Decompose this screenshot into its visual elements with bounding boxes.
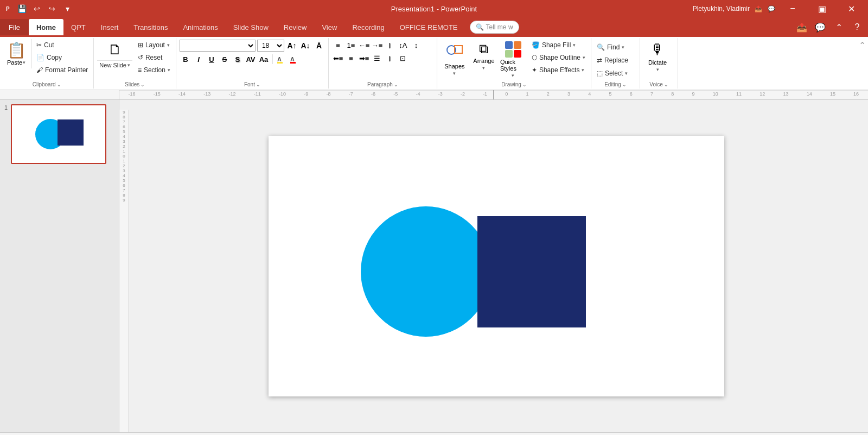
close-btn[interactable]: ✕ bbox=[839, 0, 864, 17]
shape-effects-arrow[interactable]: ▾ bbox=[582, 67, 584, 73]
dictate-btn[interactable]: 🎙 Dictate ▾ bbox=[643, 39, 672, 74]
font-name-select[interactable] bbox=[180, 40, 256, 52]
voice-expand-icon[interactable]: ⌄ bbox=[664, 82, 668, 87]
shadow-btn[interactable]: S bbox=[232, 53, 244, 65]
tab-slideshow[interactable]: Slide Show bbox=[226, 19, 276, 35]
arrange-btn[interactable]: ⧉ Arrange ▾ bbox=[470, 39, 498, 73]
increase-font-size-btn[interactable]: A↑ bbox=[286, 40, 298, 52]
comments-btn[interactable]: 💬 bbox=[812, 18, 829, 36]
shapes-btn[interactable]: Shapes ▾ bbox=[441, 39, 469, 78]
tab-animations[interactable]: Animations bbox=[175, 19, 225, 35]
shape-fill-arrow[interactable]: ▾ bbox=[573, 42, 576, 48]
para-expand-icon[interactable]: ⌄ bbox=[394, 82, 398, 87]
select-arrow[interactable]: ▾ bbox=[625, 71, 628, 76]
font-color-btn[interactable]: A bbox=[289, 53, 301, 65]
tab-transitions[interactable]: Transitions bbox=[126, 19, 175, 35]
find-arrow[interactable]: ▾ bbox=[622, 45, 624, 50]
decrease-indent-btn[interactable]: ←≡ bbox=[358, 39, 370, 51]
ribbon-collapse-btn[interactable]: ⌃ bbox=[859, 38, 868, 89]
shape-effects-btn[interactable]: ✦ Shape Effects ▾ bbox=[529, 64, 588, 76]
slides-expand-icon[interactable]: ⌄ bbox=[141, 82, 145, 87]
tab-home[interactable]: Home bbox=[29, 19, 63, 35]
ribbon-minimize-btn[interactable]: ⌃ bbox=[830, 18, 847, 36]
line-spacing-btn[interactable]: ↕ bbox=[410, 39, 422, 51]
paste-btn[interactable]: 📋 Paste ▾ bbox=[3, 39, 29, 68]
new-slide-label-area[interactable]: New Slide ▾ bbox=[97, 60, 132, 70]
editing-expand-icon[interactable]: ⌄ bbox=[622, 82, 627, 87]
qat-undo[interactable]: ↩ bbox=[30, 2, 43, 15]
quick-styles-arrow[interactable]: ▾ bbox=[512, 73, 514, 78]
qat-customize[interactable]: ▾ bbox=[61, 2, 74, 15]
shape-outline-btn[interactable]: ⬡ Shape Outline ▾ bbox=[529, 52, 588, 64]
select-btn[interactable]: ⬚ Select ▾ bbox=[595, 67, 630, 79]
tab-file[interactable]: File bbox=[0, 19, 29, 35]
tell-me-search[interactable]: 🔍 Tell me w bbox=[470, 21, 519, 34]
align-right-btn[interactable]: ➡≡ bbox=[358, 52, 370, 64]
quick-styles-btn[interactable]: Quick Styles ▾ bbox=[499, 39, 527, 80]
clear-format-btn[interactable]: Ā bbox=[313, 40, 325, 52]
copy-btn[interactable]: 📄 Copy bbox=[34, 52, 90, 64]
para-columns-btn[interactable]: ⫿ bbox=[384, 52, 396, 64]
text-direction-btn[interactable]: ↕A bbox=[397, 39, 409, 51]
strikethrough-btn[interactable]: S bbox=[219, 53, 231, 65]
format-painter-btn[interactable]: 🖌 Format Painter bbox=[34, 64, 90, 76]
smart-art-btn[interactable]: ⊡ bbox=[397, 52, 409, 64]
char-spacing-btn[interactable]: AV bbox=[245, 53, 257, 65]
tab-view[interactable]: View bbox=[314, 19, 344, 35]
format-painter-label: Format Painter bbox=[45, 66, 88, 74]
ribbon-help-btn[interactable]: ? bbox=[848, 18, 866, 36]
new-slide-arrow[interactable]: ▾ bbox=[127, 62, 130, 68]
italic-btn[interactable]: I bbox=[193, 53, 205, 65]
share-btn[interactable]: 📤 bbox=[793, 18, 810, 36]
bullets-btn[interactable]: ≡ bbox=[332, 39, 344, 51]
layout-arrow[interactable]: ▾ bbox=[167, 42, 170, 48]
highlight-color-btn[interactable]: A bbox=[276, 53, 288, 65]
slide-item-1[interactable]: 1 bbox=[4, 104, 114, 164]
slide-thumb-1[interactable] bbox=[11, 104, 106, 164]
shapes-arrow[interactable]: ▾ bbox=[453, 71, 456, 76]
shape-outline-arrow[interactable]: ▾ bbox=[583, 55, 585, 60]
tab-recording[interactable]: Recording bbox=[344, 19, 392, 35]
reset-btn[interactable]: ↺ Reset bbox=[136, 52, 173, 64]
font-format-row: B I U S S AV Aa A bbox=[180, 53, 301, 65]
qat-save[interactable]: 💾 bbox=[15, 2, 28, 15]
find-btn[interactable]: 🔍 Find ▾ bbox=[595, 41, 627, 53]
increase-indent-btn[interactable]: →≡ bbox=[371, 39, 383, 51]
tab-insert[interactable]: Insert bbox=[93, 19, 126, 35]
new-slide-icon-area[interactable]: 🗋 bbox=[97, 39, 132, 60]
align-left-btn[interactable]: ⬅≡ bbox=[332, 52, 344, 64]
arrange-arrow[interactable]: ▾ bbox=[482, 65, 485, 71]
numbering-btn[interactable]: 1≡ bbox=[345, 39, 357, 51]
font-size-select[interactable]: 18 bbox=[257, 40, 284, 52]
tab-qpt[interactable]: QPT bbox=[63, 19, 93, 35]
shape-rectangle[interactable] bbox=[477, 216, 586, 327]
center-btn[interactable]: ≡ bbox=[345, 52, 357, 64]
slide-canvas[interactable] bbox=[269, 136, 724, 396]
clipboard-expand-icon[interactable]: ⌄ bbox=[57, 82, 61, 87]
dictate-arrow[interactable]: ▾ bbox=[656, 67, 659, 72]
share-icon[interactable]: 📤 bbox=[754, 4, 763, 13]
layout-btn[interactable]: ⊞ Layout ▾ bbox=[136, 39, 173, 51]
section-btn[interactable]: ≡ Section ▾ bbox=[136, 64, 173, 76]
minimize-btn[interactable]: − bbox=[780, 0, 805, 17]
underline-btn[interactable]: U bbox=[206, 53, 218, 65]
replace-btn[interactable]: ⇄ Replace bbox=[595, 54, 630, 66]
drawing-expand-icon[interactable]: ⌄ bbox=[522, 82, 527, 87]
shape-circle[interactable] bbox=[361, 206, 491, 337]
qat-redo[interactable]: ↪ bbox=[46, 2, 59, 15]
paste-dropdown-arrow[interactable]: ▾ bbox=[23, 60, 25, 65]
shape-fill-btn[interactable]: 🪣 Shape Fill ▾ bbox=[529, 39, 588, 51]
justify-btn[interactable]: ☰ bbox=[371, 52, 383, 64]
new-slide-btn[interactable]: 🗋 New Slide ▾ bbox=[97, 39, 132, 70]
cut-btn[interactable]: ✂ Cut bbox=[34, 39, 90, 51]
font-expand-icon[interactable]: ⌄ bbox=[256, 82, 260, 87]
tab-review[interactable]: Review bbox=[276, 19, 315, 35]
decrease-font-size-btn[interactable]: A↓ bbox=[299, 40, 311, 52]
comment-icon[interactable]: 💬 bbox=[767, 4, 776, 13]
change-case-btn[interactable]: Aa bbox=[258, 53, 270, 65]
section-arrow[interactable]: ▾ bbox=[168, 67, 170, 73]
columns-btn[interactable]: ⫿ bbox=[384, 39, 396, 51]
bold-btn[interactable]: B bbox=[180, 53, 192, 65]
tab-officeremote[interactable]: OFFICE REMOTE bbox=[392, 19, 465, 35]
restore-btn[interactable]: ▣ bbox=[809, 0, 834, 17]
